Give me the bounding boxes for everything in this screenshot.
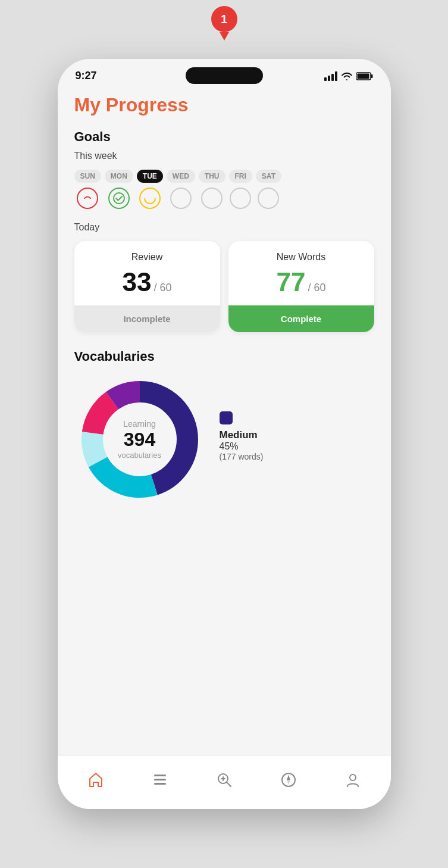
- day-sun: SUN: [74, 170, 101, 209]
- legend-color-medium: [220, 411, 233, 424]
- legend-item-medium: Medium 45% (177 words): [220, 411, 374, 461]
- day-label-sun: SUN: [74, 170, 101, 183]
- battery-icon: [356, 72, 373, 80]
- user-icon: [344, 772, 361, 788]
- wifi-icon: [341, 71, 353, 81]
- day-sat: SAT: [256, 170, 281, 209]
- nav-item-profile[interactable]: [337, 767, 368, 793]
- new-words-count-row: 77 / 60: [238, 267, 365, 297]
- svg-rect-16: [154, 783, 166, 785]
- outer-wrapper: 1 9:27: [0, 0, 448, 868]
- day-wed: WED: [167, 170, 195, 209]
- donut-label: Learning: [118, 419, 161, 429]
- review-count-row: 33 / 60: [84, 267, 211, 297]
- svg-point-8: [145, 193, 155, 204]
- day-check-wed: [170, 188, 192, 209]
- status-time: 9:27: [76, 70, 97, 82]
- day-mon: MON: [105, 170, 133, 209]
- scroll-content: My Progress Goals This week SUN MON: [58, 88, 391, 755]
- svg-rect-3: [335, 71, 337, 81]
- week-row: SUN MON TUE: [74, 170, 374, 209]
- review-count: 33: [123, 267, 152, 297]
- nav-item-search[interactable]: [209, 767, 240, 793]
- vocab-section: Vocabularies: [74, 349, 374, 505]
- status-icons: [324, 71, 373, 81]
- home-icon: [87, 772, 104, 788]
- legend-pct-medium: 45%: [220, 441, 374, 452]
- today-label: Today: [74, 222, 374, 233]
- new-words-card-title: New Words: [238, 252, 365, 263]
- svg-rect-6: [357, 73, 369, 79]
- svg-rect-1: [328, 76, 330, 81]
- review-btn[interactable]: Incomplete: [74, 305, 220, 332]
- svg-marker-20: [287, 775, 290, 780]
- search-plus-icon: [216, 772, 233, 788]
- nav-item-home[interactable]: [80, 767, 111, 793]
- nav-item-list[interactable]: [145, 767, 176, 793]
- day-label-thu: THU: [199, 170, 225, 183]
- svg-rect-2: [331, 74, 334, 81]
- donut-number: 394: [118, 429, 161, 451]
- day-check-sun: [77, 188, 98, 209]
- day-label-mon: MON: [105, 170, 133, 183]
- day-check-fri: [230, 188, 251, 209]
- svg-point-7: [114, 193, 124, 204]
- day-tue: TUE: [137, 170, 163, 209]
- goals-heading: Goals: [74, 129, 374, 145]
- phone-frame: 9:27: [58, 59, 391, 809]
- today-section: Today Review 33 / 60 Incomplete New Word…: [74, 222, 374, 332]
- review-denom: / 60: [153, 282, 171, 294]
- cards-row: Review 33 / 60 Incomplete New Words 77 /…: [74, 241, 374, 332]
- day-fri: FRI: [229, 170, 252, 209]
- day-label-fri: FRI: [229, 170, 252, 183]
- vocab-heading: Vocabularies: [74, 349, 374, 364]
- day-label-wed: WED: [167, 170, 195, 183]
- svg-rect-15: [154, 779, 166, 780]
- this-week-label: This week: [74, 151, 374, 161]
- donut-center: Learning 394 vocabularies: [118, 419, 161, 460]
- bottom-nav: [58, 755, 391, 809]
- day-check-tue: [139, 188, 161, 209]
- new-words-count: 77: [277, 267, 306, 297]
- day-check-sat: [258, 188, 279, 209]
- svg-rect-0: [324, 77, 327, 81]
- new-words-card: New Words 77 / 60 Complete: [228, 241, 374, 332]
- day-label-sat: SAT: [256, 170, 281, 183]
- new-words-btn[interactable]: Complete: [228, 305, 374, 332]
- page-title: My Progress: [74, 94, 374, 116]
- badge-circle: 1: [211, 6, 237, 32]
- list-icon: [152, 772, 168, 788]
- nav-item-compass[interactable]: [273, 767, 304, 793]
- notification-count: 1: [221, 13, 227, 26]
- vocab-content: Learning 394 vocabularies Medium 45% (17…: [74, 374, 374, 505]
- day-check-mon: [108, 188, 130, 209]
- badge-pin: [220, 32, 229, 40]
- legend: Medium 45% (177 words): [220, 411, 374, 467]
- donut-sublabel: vocabularies: [118, 451, 161, 460]
- status-bar: 9:27: [58, 59, 391, 88]
- new-words-denom: / 60: [308, 282, 325, 294]
- svg-rect-14: [154, 775, 166, 776]
- compass-icon: [280, 772, 297, 788]
- legend-title-medium: Medium: [220, 429, 374, 441]
- legend-words-medium: (177 words): [220, 452, 374, 461]
- review-card-title: Review: [84, 252, 211, 263]
- notification-badge[interactable]: 1: [210, 6, 239, 40]
- review-card: Review 33 / 60 Incomplete: [74, 241, 220, 332]
- signal-icon: [324, 71, 337, 81]
- svg-point-21: [350, 775, 356, 780]
- day-label-tue: TUE: [137, 170, 163, 183]
- notch: [186, 67, 263, 84]
- day-check-thu: [201, 188, 223, 209]
- svg-rect-5: [371, 74, 372, 78]
- donut-wrapper: Learning 394 vocabularies: [74, 374, 205, 505]
- day-thu: THU: [199, 170, 225, 209]
